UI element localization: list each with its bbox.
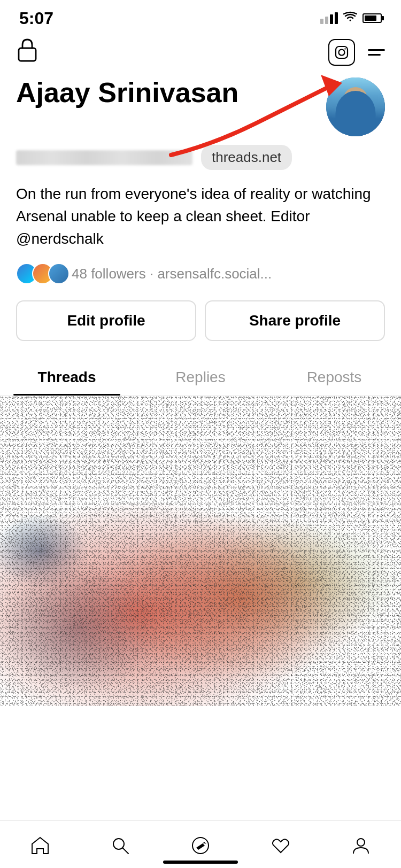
- svg-point-7: [357, 839, 365, 846]
- share-profile-button[interactable]: Share profile: [205, 300, 385, 341]
- svg-rect-2: [336, 46, 348, 58]
- status-icons: [320, 11, 382, 25]
- status-time: 5:07: [19, 9, 53, 28]
- instagram-icon[interactable]: [328, 39, 355, 66]
- followers-row[interactable]: 48 followers · arsensalfc.social...: [16, 263, 385, 284]
- tab-reposts[interactable]: Reposts: [267, 357, 401, 396]
- follower-avatar: [48, 263, 70, 284]
- profile-avatar[interactable]: [326, 78, 385, 136]
- nav-profile[interactable]: [341, 832, 381, 863]
- top-nav: [0, 32, 401, 72]
- follower-avatars: [16, 263, 64, 284]
- tab-replies[interactable]: Replies: [134, 357, 267, 396]
- profile-section: Ajaay Srinivasan threads.net On the run …: [0, 78, 401, 341]
- edit-profile-button[interactable]: Edit profile: [16, 300, 196, 341]
- blurred-post-content: [0, 396, 401, 706]
- svg-line-6: [123, 848, 128, 854]
- profile-icon: [351, 836, 371, 858]
- profile-header: Ajaay Srinivasan: [16, 78, 385, 136]
- home-icon: [30, 836, 50, 858]
- profile-name: Ajaay Srinivasan: [16, 78, 318, 108]
- svg-point-5: [113, 839, 124, 849]
- search-icon: [111, 836, 130, 858]
- compose-icon: [191, 836, 210, 858]
- wifi-icon: [343, 11, 357, 25]
- tab-threads[interactable]: Threads: [0, 357, 134, 396]
- action-buttons: Edit profile Share profile: [16, 300, 385, 341]
- home-indicator: [163, 861, 238, 864]
- threads-net-badge: threads.net: [201, 145, 292, 170]
- battery-icon: [363, 13, 382, 23]
- hamburger-menu-icon[interactable]: [368, 49, 385, 56]
- svg-point-4: [344, 48, 345, 49]
- nav-activity[interactable]: [260, 832, 301, 863]
- lock-icon[interactable]: [16, 37, 38, 67]
- nav-compose[interactable]: [180, 832, 221, 863]
- username-handle-blurred: [16, 150, 192, 165]
- signal-icon: [320, 12, 338, 24]
- nav-home[interactable]: [20, 832, 60, 863]
- svg-point-3: [339, 49, 345, 55]
- nav-search[interactable]: [100, 832, 141, 863]
- top-nav-right: [328, 39, 385, 66]
- followers-text: 48 followers · arsensalfc.social...: [72, 266, 272, 282]
- status-bar: 5:07: [0, 0, 401, 32]
- profile-meta: threads.net: [16, 145, 385, 170]
- heart-icon: [271, 836, 290, 858]
- profile-bio: On the run from everyone's idea of reali…: [16, 183, 385, 250]
- tabs-bar: Threads Replies Reposts: [0, 357, 401, 396]
- content-area: [0, 396, 401, 706]
- svg-rect-0: [19, 48, 36, 61]
